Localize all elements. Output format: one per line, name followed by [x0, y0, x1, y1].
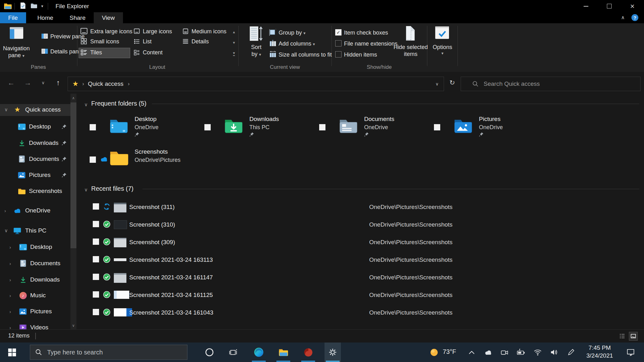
settings-gear-icon[interactable]	[324, 343, 341, 362]
qat-new-folder-button[interactable]	[31, 3, 37, 10]
forward-button[interactable]: →	[21, 77, 34, 89]
hide-selected-items-button[interactable]	[404, 25, 417, 43]
onedrive-tray-icon[interactable]	[481, 343, 495, 362]
weather-temperature[interactable]: 73°F	[443, 348, 456, 355]
add-columns-button[interactable]	[269, 40, 276, 48]
item-checkbox[interactable]	[93, 309, 99, 315]
recent-file-row[interactable]: Screenshot 2021-03-24 163113 OneDrive\Pi…	[0, 255, 644, 265]
clock[interactable]: 7:45 PM 3/24/2021	[582, 344, 617, 359]
layout-tiles[interactable]: Tiles	[80, 48, 102, 57]
breadcrumb-chevron-icon[interactable]: ›	[128, 81, 130, 87]
tab-home[interactable]: Home	[29, 12, 62, 23]
tab-share[interactable]: Share	[61, 12, 94, 23]
layout-more-icon[interactable]: ▾	[230, 49, 238, 57]
wifi-icon[interactable]	[531, 343, 545, 362]
details-pane-label[interactable]: Details pane	[50, 48, 82, 55]
sidebar-item-desktop[interactable]: Desktop	[0, 122, 70, 131]
item-checkbox[interactable]	[90, 156, 96, 163]
layout-medium-icons[interactable]: Medium icons	[182, 27, 226, 36]
tab-file[interactable]: File	[0, 12, 26, 23]
folder-tile-documents[interactable]: Documents OneDrive	[319, 116, 430, 141]
chevron-expanded-icon[interactable]: ∨	[4, 107, 8, 112]
scrollbar-up-icon[interactable]: ∧	[70, 94, 76, 102]
navigation-pane-label2[interactable]: pane ▾	[0, 52, 33, 59]
layout-details[interactable]: Details	[182, 37, 209, 46]
action-center-icon[interactable]	[623, 343, 638, 362]
pen-icon[interactable]	[564, 343, 578, 362]
sidebar-item-pictures[interactable]: Pictures	[0, 170, 70, 180]
recent-files-header[interactable]: Recent files (7)	[91, 185, 134, 192]
cortana-icon[interactable]	[201, 343, 218, 362]
battery-icon[interactable]	[514, 343, 528, 362]
item-checkbox[interactable]	[204, 124, 211, 130]
file-name-extensions-checkbox[interactable]	[335, 40, 341, 47]
recent-locations-dropdown-icon[interactable]: ∨	[37, 77, 49, 89]
navigation-pane-label[interactable]: Navigation	[0, 45, 33, 52]
item-checkbox[interactable]	[319, 124, 325, 130]
back-button[interactable]: ←	[5, 77, 17, 89]
recent-file-row[interactable]: Screenshot 2021-03-24 161147 OneDrive\Pi…	[0, 272, 644, 282]
minimize-button[interactable]	[574, 0, 597, 12]
tab-view[interactable]: View	[94, 12, 123, 23]
folder-tile-downloads[interactable]: Downloads This PC	[204, 116, 315, 141]
scrollbar-down-icon[interactable]: ∨	[70, 322, 76, 329]
sidebar-item-screenshots[interactable]: Screenshots	[0, 186, 70, 196]
sidebar-item-downloads[interactable]: Downloads	[0, 138, 70, 148]
hidden-items-label[interactable]: Hidden items	[344, 52, 377, 58]
file-explorer-taskbar-icon[interactable]	[275, 343, 292, 362]
help-icon[interactable]: ?	[631, 14, 638, 21]
details-view-toggle-icon[interactable]	[619, 333, 625, 341]
item-checkbox[interactable]	[434, 124, 440, 130]
qat-customize-dropdown[interactable]: ▾	[41, 4, 43, 8]
item-checkbox[interactable]	[93, 203, 99, 210]
layout-content[interactable]: Content	[133, 48, 163, 57]
task-view-icon[interactable]	[224, 343, 242, 362]
hide-selected-label2[interactable]: items	[390, 51, 431, 58]
sort-by-button[interactable]	[248, 26, 263, 43]
layout-scroll-up-icon[interactable]: ▴	[230, 28, 238, 36]
refresh-icon[interactable]: ↻	[446, 77, 458, 89]
frequent-folders-header[interactable]: Frequent folders (5)	[91, 100, 147, 107]
breadcrumb-location[interactable]: Quick access	[88, 80, 123, 87]
close-button[interactable]: ×	[621, 0, 644, 12]
item-check-boxes-checkbox[interactable]: ✓	[335, 29, 341, 36]
collapse-section-icon[interactable]: ∨	[84, 187, 88, 193]
folder-tile-screenshots[interactable]: Screenshots OneDrive\Pictures	[90, 148, 200, 173]
start-button[interactable]	[3, 343, 21, 362]
navigation-pane-button[interactable]	[9, 26, 24, 41]
volume-icon[interactable]	[547, 343, 561, 362]
search-box[interactable]: Search Quick access	[461, 77, 641, 91]
size-columns-button[interactable]	[269, 51, 276, 59]
recent-file-row[interactable]: Screenshot 2021-03-24 161125 OneDrive\Pi…	[0, 290, 644, 300]
preview-pane-label[interactable]: Preview pane	[50, 33, 85, 40]
edge-icon[interactable]	[250, 343, 268, 362]
layout-extra-large-icons[interactable]: Extra large icons	[80, 27, 132, 36]
item-checkbox[interactable]	[93, 221, 99, 227]
app-icon-red[interactable]	[299, 343, 317, 362]
add-columns-label[interactable]: Add columns ▾	[279, 41, 315, 47]
recent-file-row[interactable]: Screenshot (310) OneDrive\Pictures\Scree…	[0, 220, 644, 230]
recent-file-row[interactable]: Screenshot 2021-03-24 161043 OneDrive\Pi…	[0, 308, 644, 318]
options-button[interactable]	[435, 26, 450, 41]
hidden-items-checkbox[interactable]	[335, 51, 341, 58]
address-dropdown-icon[interactable]: ∨	[436, 81, 439, 86]
preview-pane-button[interactable]	[41, 33, 48, 41]
meet-now-camera-icon[interactable]	[497, 343, 511, 362]
item-checkbox[interactable]	[93, 291, 99, 298]
taskbar-search-box[interactable]: Type here to search	[30, 345, 187, 360]
layout-list[interactable]: List	[133, 37, 152, 46]
item-checkbox[interactable]	[90, 124, 96, 130]
hide-selected-label[interactable]: Hide selected	[390, 44, 431, 51]
collapse-ribbon-icon[interactable]: ∧	[621, 14, 625, 20]
up-button[interactable]: ↑	[52, 77, 64, 89]
thumbnail-view-toggle-icon[interactable]	[629, 332, 638, 341]
breadcrumb-chevron-icon[interactable]: ›	[82, 81, 84, 87]
options-label[interactable]: Options	[431, 44, 454, 51]
collapse-section-icon[interactable]: ∨	[84, 102, 88, 107]
group-by-label[interactable]: Group by ▾	[279, 30, 306, 36]
layout-large-icons[interactable]: Large icons	[133, 27, 172, 36]
item-checkbox[interactable]	[93, 239, 99, 245]
sidebar-item-quick-access[interactable]: ∨ ★ Quick access	[0, 105, 70, 114]
folder-tile-desktop[interactable]: Desktop OneDrive	[90, 116, 200, 141]
qat-properties-button[interactable]	[20, 2, 26, 10]
